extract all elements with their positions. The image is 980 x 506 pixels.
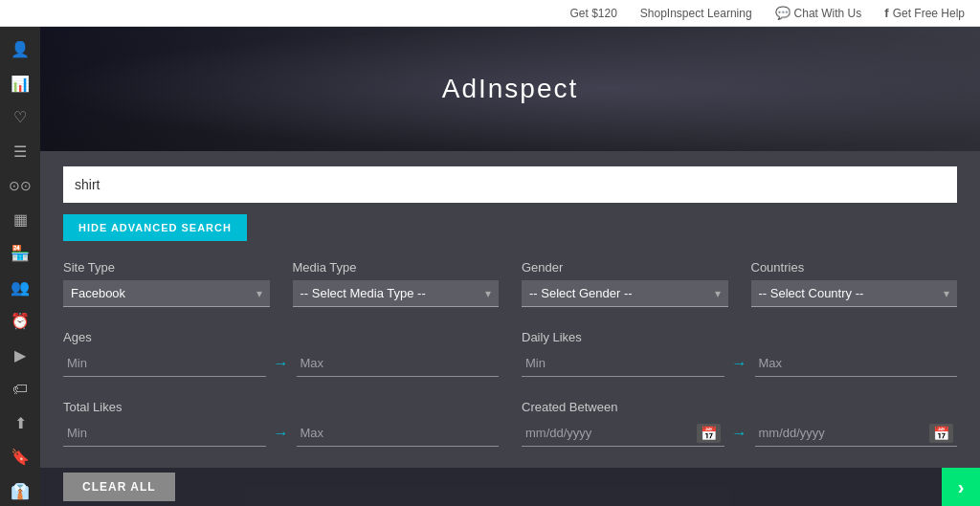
sidebar-icon-tag[interactable]: 🏷 xyxy=(3,374,37,405)
ages-min-input[interactable] xyxy=(63,350,266,377)
advanced-search-panel: Site Type Facebook Instagram Pinterest M… xyxy=(63,260,957,447)
sidebar-icon-heart[interactable]: ♡ xyxy=(3,102,37,133)
gender-group: Gender -- Select Gender -- Male Female A… xyxy=(522,260,728,307)
total-likes-min-input[interactable] xyxy=(63,420,266,447)
gender-select-wrapper: -- Select Gender -- Male Female All xyxy=(522,280,728,307)
created-between-label: Created Between xyxy=(522,400,957,414)
gender-select[interactable]: -- Select Gender -- Male Female All xyxy=(522,280,728,307)
ages-label: Ages xyxy=(63,330,499,344)
sidebar-icon-admin[interactable]: 👔 xyxy=(3,476,37,507)
sidebar-icon-clock[interactable]: ⏰ xyxy=(3,306,37,337)
sidebar: 👤 📊 ♡ ☰ ⊙⊙ ▦ 🏪 👥 ⏰ ▶ 🏷 ⬆ 🔖 👔 xyxy=(0,27,40,506)
search-go-icon: › xyxy=(958,476,965,498)
chat-link[interactable]: 💬 Chat With Us xyxy=(775,6,862,20)
daily-likes-min-input[interactable] xyxy=(522,350,724,377)
sidebar-icon-binoculars[interactable]: ⊙⊙ xyxy=(3,170,37,201)
created-between-group: Created Between 📅 → 📅 xyxy=(522,400,957,447)
daily-likes-max-input[interactable] xyxy=(755,350,958,377)
main-content: AdInspect HIDE ADVANCED SEARCH Site Type… xyxy=(40,27,980,506)
daily-likes-group: Daily Likes → xyxy=(522,330,957,377)
page-title: AdInspect xyxy=(442,74,579,104)
ages-range: → xyxy=(63,350,499,377)
media-type-group: Media Type -- Select Media Type -- Image… xyxy=(293,260,500,307)
countries-select-wrapper: -- Select Country -- United States Unite… xyxy=(751,280,958,307)
sidebar-icon-people[interactable]: 👥 xyxy=(3,273,37,303)
filter-row-2: Ages → Daily Likes → xyxy=(63,330,957,377)
chat-text: Chat With Us xyxy=(794,7,862,20)
clear-all-button[interactable]: CLEAR ALL xyxy=(63,473,175,501)
total-likes-arrow-icon: → xyxy=(274,425,289,442)
filter-row-3: Total Likes → Created Between 📅 xyxy=(63,400,957,447)
total-likes-label: Total Likes xyxy=(63,400,499,414)
ages-max-input[interactable] xyxy=(297,350,500,377)
created-between-start-input[interactable] xyxy=(522,420,724,447)
sidebar-icon-user[interactable]: 👤 xyxy=(3,34,37,65)
media-type-select[interactable]: -- Select Media Type -- Image Video Caro… xyxy=(293,280,500,307)
countries-select[interactable]: -- Select Country -- United States Unite… xyxy=(751,280,958,307)
daily-likes-range: → xyxy=(522,350,957,377)
get-120-link[interactable]: Get $120 xyxy=(569,7,616,20)
filter-row-1: Site Type Facebook Instagram Pinterest M… xyxy=(63,260,957,307)
gender-label: Gender xyxy=(522,260,728,275)
created-between-end-input[interactable] xyxy=(755,420,958,447)
sidebar-icon-video[interactable]: ▶ xyxy=(3,341,37,371)
calendar-start-icon[interactable]: 📅 xyxy=(697,424,721,443)
media-type-select-wrapper: -- Select Media Type -- Image Video Caro… xyxy=(293,280,500,307)
media-type-label: Media Type xyxy=(293,260,500,275)
site-type-group: Site Type Facebook Instagram Pinterest xyxy=(63,260,270,307)
free-help-text: Get Free Help xyxy=(893,7,965,20)
site-type-label: Site Type xyxy=(63,260,270,275)
hide-advanced-button[interactable]: HIDE ADVANCED SEARCH xyxy=(63,214,247,241)
sidebar-icon-shop[interactable]: 🏪 xyxy=(3,238,37,269)
facebook-icon: f xyxy=(884,6,888,20)
search-go-button[interactable]: › xyxy=(942,468,980,506)
chat-bubble-icon: 💬 xyxy=(775,6,791,20)
sidebar-icon-label[interactable]: 🔖 xyxy=(3,442,37,473)
ages-arrow-icon: → xyxy=(274,355,289,372)
top-bar: Get $120 ShopInspect Learning 💬 Chat Wit… xyxy=(0,0,980,27)
total-likes-range: → xyxy=(63,420,499,447)
learning-text: ShopInspect Learning xyxy=(640,7,752,20)
daily-likes-arrow-icon: → xyxy=(732,355,747,372)
calendar-end-icon[interactable]: 📅 xyxy=(929,424,953,443)
learning-link[interactable]: ShopInspect Learning xyxy=(640,7,752,20)
created-between-start-wrapper: 📅 xyxy=(522,420,724,447)
created-between-range: 📅 → 📅 xyxy=(522,420,957,447)
site-type-select[interactable]: Facebook Instagram Pinterest xyxy=(63,280,270,307)
sidebar-icon-upload[interactable]: ⬆ xyxy=(3,408,37,439)
daily-likes-label: Daily Likes xyxy=(522,330,957,344)
get-120-text: Get $120 xyxy=(569,7,616,20)
total-likes-group: Total Likes → xyxy=(63,400,499,447)
content-area: HIDE ADVANCED SEARCH Site Type Facebook … xyxy=(40,151,980,506)
hero-banner: AdInspect xyxy=(40,27,980,151)
countries-label: Countries xyxy=(751,260,958,275)
bottom-bar: CLEAR ALL › xyxy=(40,468,980,506)
created-between-arrow-icon: → xyxy=(732,425,747,442)
main-layout: 👤 📊 ♡ ☰ ⊙⊙ ▦ 🏪 👥 ⏰ ▶ 🏷 ⬆ 🔖 👔 AdInspect H… xyxy=(0,27,980,506)
sidebar-icon-barchart[interactable]: ▦ xyxy=(3,205,37,235)
total-likes-max-input[interactable] xyxy=(297,420,500,447)
sidebar-icon-chart[interactable]: 📊 xyxy=(3,69,37,99)
search-input[interactable] xyxy=(63,166,957,203)
ages-group: Ages → xyxy=(63,330,499,377)
free-help-link[interactable]: f Get Free Help xyxy=(884,6,965,20)
sidebar-icon-list[interactable]: ☰ xyxy=(3,137,37,167)
site-type-select-wrapper: Facebook Instagram Pinterest xyxy=(63,280,270,307)
countries-group: Countries -- Select Country -- United St… xyxy=(751,260,958,307)
created-between-end-wrapper: 📅 xyxy=(755,420,958,447)
